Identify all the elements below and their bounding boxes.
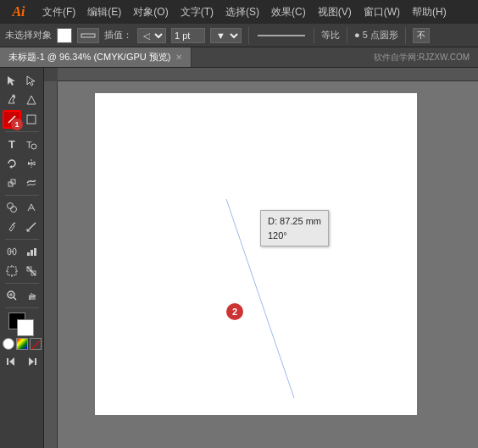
scale-group [3, 174, 41, 192]
scale-icon [6, 177, 18, 189]
artboard-group [3, 262, 41, 280]
warp-tool[interactable] [22, 174, 41, 192]
anchor-icon [25, 94, 37, 106]
tab-close-button[interactable]: ✕ [175, 53, 182, 62]
none-mode-btn[interactable] [30, 338, 42, 350]
direct-selection-tool[interactable] [22, 71, 41, 90]
pt-value-input[interactable] [171, 28, 205, 43]
next-icon [25, 356, 37, 368]
prev-icon [6, 356, 18, 368]
selection-tool-group [3, 71, 41, 90]
separator-3 [5, 239, 39, 240]
interpolation-label: 插值： [104, 29, 132, 41]
type-tool[interactable]: T [3, 135, 21, 153]
canvas-area[interactable]: D: 87.25 mm 120° 2 [44, 68, 478, 448]
eyedropper-icon [6, 221, 18, 233]
measure-tool[interactable] [22, 218, 41, 236]
fill-stroke-swatches [8, 312, 36, 336]
stroke-icon[interactable] [77, 28, 99, 43]
pen-icon [6, 94, 18, 106]
fill-swatch[interactable] [57, 28, 72, 43]
nav-bottom-group [3, 352, 41, 371]
stroke-style-preview [256, 28, 307, 43]
slice-icon [25, 265, 37, 277]
divider-4 [405, 27, 406, 44]
color-mode-btn[interactable] [3, 338, 14, 350]
menu-effect[interactable]: 效果(C) [266, 3, 311, 21]
line-shape-group: 1 [3, 110, 41, 129]
shape-builder-icon [6, 202, 18, 213]
blend-tool[interactable] [3, 242, 21, 261]
not-button[interactable]: 不 [413, 28, 430, 43]
menu-object[interactable]: 对象(O) [128, 3, 173, 21]
menu-help[interactable]: 帮助(H) [407, 3, 452, 21]
eyedropper-group [3, 218, 41, 236]
line-tool[interactable]: 1 [3, 110, 21, 129]
menu-select[interactable]: 选择(S) [220, 3, 264, 21]
color-mode-group [3, 338, 42, 350]
artboard-icon [6, 265, 18, 277]
stroke-color-swatch[interactable] [17, 319, 34, 336]
touch-type-icon: T [25, 138, 37, 150]
shape-tool[interactable] [22, 110, 41, 129]
vertical-ruler [44, 68, 58, 448]
scale-tool[interactable] [3, 174, 21, 192]
svg-rect-21 [31, 250, 33, 256]
graph-icon [25, 246, 37, 257]
slice-tool[interactable] [22, 262, 41, 280]
hand-tool[interactable] [22, 286, 41, 305]
svg-rect-20 [27, 252, 30, 256]
app-logo: Ai [7, 1, 31, 23]
type-group: T T [3, 135, 41, 153]
menu-view[interactable]: 视图(V) [313, 3, 357, 21]
live-paint-tool[interactable] [22, 198, 41, 217]
svg-line-13 [13, 223, 15, 224]
artboard-tool[interactable] [3, 262, 21, 280]
live-paint-icon [25, 202, 37, 213]
options-bar: 未选择对象 插值： ◁ ▼ 等比 ● 5 点圆形 不 [0, 24, 478, 47]
previous-artboard-btn[interactable] [3, 352, 21, 371]
svg-point-11 [11, 207, 17, 213]
svg-point-6 [31, 144, 36, 149]
pen-tool[interactable] [3, 91, 21, 109]
rotate-tool[interactable] [3, 154, 21, 173]
rotate-icon [6, 158, 18, 169]
blend-icon [6, 246, 18, 257]
shape-builder-group [3, 198, 41, 217]
svg-rect-23 [8, 267, 16, 275]
warp-icon [25, 177, 37, 189]
divider-3 [347, 27, 347, 44]
svg-rect-4 [27, 115, 36, 124]
menu-bar: 文件(F) 编辑(E) 对象(O) 文字(T) 选择(S) 效果(C) 视图(V… [37, 3, 452, 21]
separator-1 [5, 131, 39, 132]
eyedropper-tool[interactable] [3, 218, 21, 236]
points-label: ● 5 点圆形 [354, 29, 398, 41]
toolbar: 1 T T [0, 68, 44, 448]
graph-tool[interactable] [22, 242, 41, 261]
gradient-mode-btn[interactable] [16, 338, 28, 350]
menu-file[interactable]: 文件(F) [37, 3, 81, 21]
watermark-text: 软件自学网:RJZXW.COM [365, 47, 478, 67]
menu-type[interactable]: 文字(T) [175, 3, 219, 21]
svg-rect-0 [81, 34, 95, 37]
menu-edit[interactable]: 编辑(E) [82, 3, 126, 21]
main-area: 1 T T [0, 68, 478, 448]
interpolation-dropdown[interactable]: ◁ [137, 28, 166, 43]
pt-unit-dropdown[interactable]: ▼ [210, 28, 242, 43]
reflect-tool[interactable] [22, 154, 41, 173]
next-artboard-btn[interactable] [22, 352, 41, 371]
separator-4 [5, 283, 39, 284]
title-bar: Ai 文件(F) 编辑(E) 对象(O) 文字(T) 选择(S) 效果(C) 视… [0, 0, 478, 24]
menu-window[interactable]: 窗口(W) [358, 3, 405, 21]
pen-anchor-group [3, 91, 41, 109]
zoom-tool[interactable] [3, 286, 21, 305]
document-tab[interactable]: 未标题-1 @ 96.34% (CMYK/GPU 预览) ✕ [0, 47, 192, 67]
svg-point-10 [8, 203, 14, 209]
shape-builder-tool[interactable] [3, 198, 21, 217]
touch-type-tool[interactable]: T [22, 135, 41, 153]
selection-icon [6, 75, 18, 86]
measure-icon [25, 221, 37, 233]
anchor-point-tool[interactable] [22, 91, 41, 109]
blend-group [3, 242, 41, 261]
selection-tool[interactable] [3, 71, 21, 90]
